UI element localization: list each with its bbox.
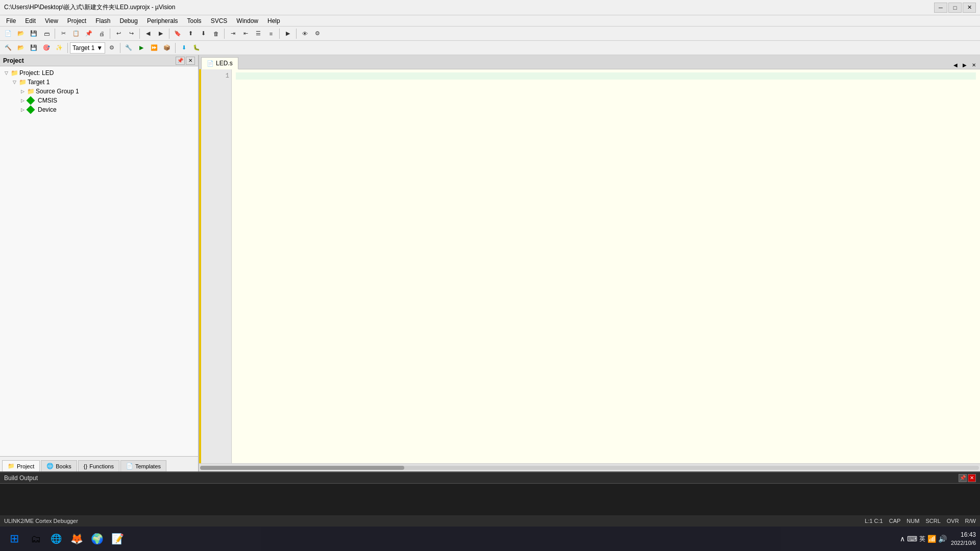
uncomment-btn[interactable]: ≡: [265, 28, 277, 40]
sep6: [279, 29, 280, 39]
tree-cmsis[interactable]: ▷ CMSIS: [0, 96, 198, 105]
prev-bookmark-btn[interactable]: ⬆: [184, 28, 197, 40]
taskbar-right: ∧ ⌨ 英 📶 🔊 16:43 2022/10/6: [900, 531, 976, 547]
menu-debug[interactable]: Debug: [116, 16, 142, 26]
cmsis-expander: ▷: [18, 96, 27, 105]
clock[interactable]: 16:43 2022/10/6: [951, 531, 976, 547]
bookmark-btn[interactable]: 🔖: [172, 28, 184, 40]
next-bookmark-btn[interactable]: ⬇: [197, 28, 209, 40]
run-btn[interactable]: ▶: [282, 28, 294, 40]
tree-target1[interactable]: ▽ 📁 Target 1: [0, 78, 198, 87]
print-btn[interactable]: 🖨: [95, 28, 108, 40]
title-text: C:\Users\HP\Desktop\嵌入式\新建文件夹\LED.uvproj…: [4, 3, 175, 12]
editor-scrollbar[interactable]: [199, 463, 980, 471]
taskbar-edge[interactable]: 🌐: [47, 530, 65, 548]
menu-help[interactable]: Help: [263, 16, 284, 26]
tray-up-arrow[interactable]: ∧: [900, 535, 905, 543]
new-file-btn[interactable]: 📄: [2, 28, 14, 40]
tray-lang[interactable]: 英: [919, 535, 925, 543]
menu-file[interactable]: File: [2, 16, 20, 26]
menu-view[interactable]: View: [41, 16, 62, 26]
code-area[interactable]: [232, 69, 980, 463]
close-button[interactable]: ✕: [963, 3, 976, 13]
tab-books[interactable]: 🌐 Books: [41, 460, 77, 471]
tab-functions[interactable]: {} Functions: [78, 460, 119, 471]
tray-keyboard[interactable]: ⌨: [907, 535, 917, 543]
sep5: [224, 29, 225, 39]
tsep2: [120, 43, 120, 53]
compile-btn[interactable]: 🔧: [122, 42, 135, 54]
paste-btn[interactable]: 📌: [83, 28, 95, 40]
target-options-btn[interactable]: 🎯: [40, 42, 53, 54]
build-all-btn[interactable]: 🔨: [2, 42, 14, 54]
save2-btn[interactable]: 💾: [28, 42, 40, 54]
taskbar-firefox[interactable]: 🦊: [67, 530, 86, 548]
main-layout: Project 📌 ✕ ▽ 📁 Project: LED ▽ 📁 Target …: [0, 55, 980, 471]
rebuild-btn[interactable]: ⏩: [148, 42, 160, 54]
tab-templates[interactable]: 📄 Templates: [120, 460, 166, 471]
menu-project[interactable]: Project: [63, 16, 90, 26]
copy-btn[interactable]: 📋: [70, 28, 82, 40]
menu-tools[interactable]: Tools: [183, 16, 206, 26]
target-icon: 📁: [18, 78, 27, 86]
target1-label: Target 1: [28, 79, 50, 86]
target-dropdown[interactable]: Target 1 ▼: [70, 42, 105, 54]
scrollbar-thumb[interactable]: [200, 466, 404, 470]
clear-bookmarks-btn[interactable]: 🗑: [210, 28, 222, 40]
target1-expander: ▽: [10, 78, 18, 86]
settings-btn[interactable]: ⚙: [311, 28, 324, 40]
tree-root[interactable]: ▽ 📁 Project: LED: [0, 68, 198, 78]
comment-btn[interactable]: ☰: [252, 28, 264, 40]
nav-fwd-btn[interactable]: ▶: [155, 28, 167, 40]
build-btn[interactable]: ▶: [135, 42, 148, 54]
unindent-btn[interactable]: ⇤: [239, 28, 252, 40]
editor-tab-leds[interactable]: 📄 LED.s: [201, 57, 238, 69]
tray-network[interactable]: 📶: [927, 535, 936, 543]
open2-btn[interactable]: 📂: [15, 42, 27, 54]
num-status: NUM: [906, 518, 919, 524]
panel-pin-btn[interactable]: 📌: [176, 57, 185, 65]
tsep1: [67, 43, 68, 53]
tab-project[interactable]: 📁 Project: [2, 460, 40, 471]
nav-back-btn[interactable]: ◀: [142, 28, 154, 40]
start-debug-btn[interactable]: 🐛: [190, 42, 203, 54]
menu-bar: File Edit View Project Flash Debug Perip…: [0, 15, 980, 27]
save-btn[interactable]: 💾: [28, 28, 40, 40]
target-options2-btn[interactable]: ⚙: [106, 42, 118, 54]
menu-window[interactable]: Window: [232, 16, 262, 26]
build-close-btn[interactable]: ✕: [968, 474, 976, 482]
tab-templates-icon: 📄: [126, 463, 133, 469]
taskbar-notepad[interactable]: 📝: [108, 530, 127, 548]
minimize-button[interactable]: ─: [934, 3, 947, 13]
taskbar-chrome[interactable]: 🌍: [88, 530, 106, 548]
menu-edit[interactable]: Edit: [21, 16, 40, 26]
cut-btn[interactable]: ✂: [57, 28, 69, 40]
tab-close-btn[interactable]: ✕: [970, 61, 978, 69]
redo-btn[interactable]: ↪: [125, 28, 137, 40]
scrollbar-track[interactable]: [200, 466, 979, 470]
taskbar-start-button[interactable]: ⊞: [4, 529, 24, 549]
open-btn[interactable]: 📂: [15, 28, 27, 40]
tab-nav-left-btn[interactable]: ◀: [951, 61, 960, 69]
save-all-btn[interactable]: 🗃: [40, 28, 53, 40]
toolbar-row1: 📄 📂 💾 🗃 ✂ 📋 📌 🖨 ↩ ↪ ◀ ▶ 🔖 ⬆ ⬇ 🗑 ⇥ ⇤ ☰ ≡ …: [0, 27, 980, 41]
menu-peripherals[interactable]: Peripherals: [143, 16, 182, 26]
panel-close-btn[interactable]: ✕: [186, 57, 195, 65]
build-pin-btn[interactable]: 📌: [959, 474, 967, 482]
flash-download-btn[interactable]: ⬇: [178, 42, 190, 54]
tray-volume[interactable]: 🔊: [938, 535, 947, 543]
source-group-icon: 📁: [27, 87, 35, 95]
window-controls: ─ □ ✕: [934, 3, 976, 13]
batch-build-btn[interactable]: 📦: [161, 42, 173, 54]
undo-btn[interactable]: ↩: [112, 28, 125, 40]
tree-device[interactable]: ▷ Device: [0, 105, 198, 114]
taskbar-file-explorer[interactable]: 🗂: [27, 530, 45, 548]
view-btn[interactable]: 👁: [299, 28, 311, 40]
maximize-button[interactable]: □: [948, 3, 962, 13]
indent-btn[interactable]: ⇥: [227, 28, 239, 40]
menu-svcs[interactable]: SVCS: [207, 16, 232, 26]
tree-source-group[interactable]: ▷ 📁 Source Group 1: [0, 87, 198, 96]
tab-nav-right-btn[interactable]: ▶: [961, 61, 969, 69]
menu-flash[interactable]: Flash: [91, 16, 114, 26]
magic-wand-btn[interactable]: ✨: [53, 42, 65, 54]
